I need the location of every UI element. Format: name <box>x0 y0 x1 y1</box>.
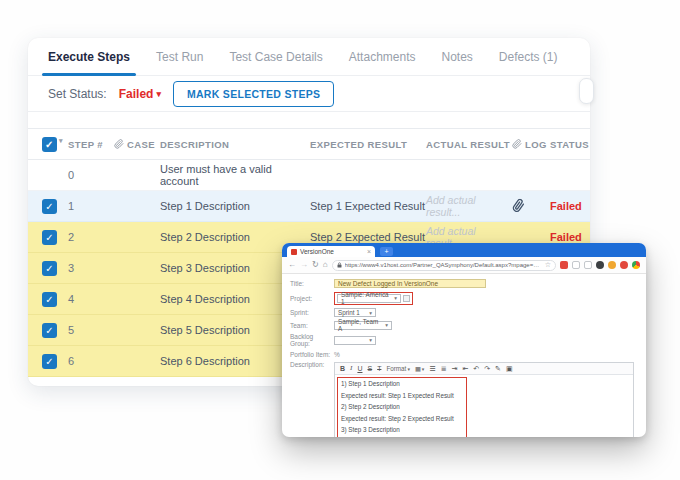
lock-icon <box>337 262 342 268</box>
row-checkbox[interactable]: ✓ <box>42 230 57 245</box>
status-dropdown[interactable]: Failed ▾ <box>119 87 161 101</box>
portfolio-item-value: % <box>334 351 340 358</box>
chevron-down-icon: ▾ <box>156 89 161 99</box>
extension-icon[interactable] <box>608 261 616 269</box>
description-line: Expected result: Step 2 Expected Result <box>341 415 463 422</box>
sprint-select[interactable]: Sprint 1 ▾ <box>334 308 376 317</box>
header-expected: EXPECTED RESULT <box>310 139 426 150</box>
check-icon: ✓ <box>45 294 53 305</box>
redo-icon[interactable]: ↷ <box>484 365 490 372</box>
paperclip-icon <box>114 139 124 149</box>
tab-notes[interactable]: Notes <box>441 50 472 64</box>
underline-icon[interactable]: U <box>357 365 362 372</box>
check-icon: ✓ <box>45 201 53 212</box>
step-description: Step 2 Description <box>160 231 310 243</box>
extension-icon[interactable] <box>620 261 628 269</box>
browser-profile-icon[interactable] <box>632 261 640 269</box>
remove-format-icon[interactable]: T <box>377 365 381 372</box>
header-step: STEP # <box>68 139 114 150</box>
description-line: 3) Step 3 Description <box>341 426 463 433</box>
chevron-down-icon[interactable]: ▾ <box>59 137 63 145</box>
new-tab-button[interactable]: + <box>380 247 393 256</box>
defect-form: Title: New Defect Logged In VersionOne P… <box>282 274 646 437</box>
undo-icon[interactable]: ↶ <box>473 365 479 372</box>
table-icon[interactable]: ▦ ▾ <box>415 365 424 372</box>
table-row: ✓ 1 Step 1 Description Step 1 Expected R… <box>28 191 590 222</box>
header-description: DESCRIPTION <box>160 139 310 150</box>
close-icon[interactable]: × <box>367 248 371 255</box>
bold-icon[interactable]: B <box>340 365 345 372</box>
editor-content-area[interactable]: 1) Step 1 Description Expected result: S… <box>335 375 633 437</box>
header-status: STATUS <box>550 139 590 150</box>
chevron-down-icon: ▾ <box>394 295 397 301</box>
team-label: Team: <box>290 322 334 329</box>
extension-icon[interactable] <box>584 261 592 269</box>
link-icon[interactable]: ✎ <box>495 365 501 372</box>
backlog-group-select[interactable]: ▾ <box>334 336 376 345</box>
image-icon[interactable]: ▣ <box>506 365 513 372</box>
outdent-icon[interactable]: ⇤ <box>462 365 468 372</box>
bookmark-star-icon[interactable]: ☆ <box>545 261 551 269</box>
tab-bar: Execute Steps Test Run Test Case Details… <box>28 38 590 76</box>
actual-result-input[interactable]: Add actual result... <box>426 194 512 218</box>
versionone-logo-icon <box>291 249 297 255</box>
row-checkbox[interactable]: ✓ <box>42 199 57 214</box>
tab-label: Execute Steps <box>48 50 130 64</box>
bullet-list-icon[interactable]: ☰ <box>429 365 435 372</box>
extension-icon[interactable] <box>560 261 568 269</box>
paperclip-icon <box>512 139 522 149</box>
browser-tab[interactable]: VersionOne × <box>287 246 375 257</box>
project-select[interactable]: Sample: America 1 ▾ <box>337 294 401 303</box>
italic-icon[interactable]: I <box>350 365 352 372</box>
row-checkbox[interactable]: ✓ <box>42 354 57 369</box>
description-line: Expected result: Step 1 Expected Result <box>341 392 463 399</box>
home-icon[interactable]: ⌂ <box>323 261 328 269</box>
project-lookup-icon[interactable] <box>403 295 410 302</box>
reload-icon[interactable]: ↻ <box>312 261 319 269</box>
extension-icon[interactable] <box>572 261 580 269</box>
check-icon: ✓ <box>45 139 54 150</box>
project-label: Project: <box>290 295 334 302</box>
extension-icon[interactable] <box>596 261 604 269</box>
browser-address-bar: ← → ↻ ⌂ https://www4.v1host.com/Partner_… <box>282 257 646 274</box>
strikethrough-icon[interactable]: S <box>367 365 372 372</box>
numbered-list-icon[interactable]: ≣ <box>441 365 447 372</box>
url-text: https://www4.v1host.com/Partner_QASympho… <box>345 262 542 268</box>
description-label: Description: <box>290 361 334 368</box>
row-checkbox[interactable]: ✓ <box>42 261 57 276</box>
sprint-select-value: Sprint 1 <box>338 309 360 316</box>
defect-title-input[interactable]: New Defect Logged In VersionOne <box>334 279 486 288</box>
attach-log-icon[interactable] <box>512 199 550 214</box>
team-select[interactable]: Sample, Team A ▾ <box>334 321 392 330</box>
indent-icon[interactable]: ⇥ <box>452 365 458 372</box>
row-checkbox[interactable]: ✓ <box>42 292 57 307</box>
tab-defects[interactable]: Defects (1) <box>499 50 558 64</box>
check-icon: ✓ <box>45 356 53 367</box>
row-checkbox[interactable]: ✓ <box>42 323 57 338</box>
tab-test-case-details[interactable]: Test Case Details <box>229 50 322 64</box>
browser-titlebar: VersionOne × + <box>282 243 646 257</box>
back-icon[interactable]: ← <box>288 261 296 269</box>
team-select-value: Sample, Team A <box>338 318 381 332</box>
select-all-checkbox[interactable]: ✓ <box>42 137 57 152</box>
chevron-down-icon: ▾ <box>369 310 372 316</box>
mark-selected-steps-button[interactable]: MARK SELECTED STEPS <box>173 81 334 107</box>
url-input[interactable]: https://www4.v1host.com/Partner_QASympho… <box>332 260 556 271</box>
forward-icon[interactable]: → <box>300 261 308 269</box>
format-dropdown[interactable]: Format ▾ <box>386 365 409 372</box>
tab-test-run[interactable]: Test Run <box>156 50 203 64</box>
backlog-group-label: Backlog Group: <box>290 333 334 347</box>
tab-execute-steps[interactable]: Execute Steps <box>48 50 130 64</box>
chevron-down-icon: ▾ <box>369 337 372 343</box>
panel-edge-button[interactable] <box>579 78 594 104</box>
step-number: 4 <box>68 293 114 305</box>
project-select-value: Sample: America 1 <box>341 291 390 305</box>
check-icon: ✓ <box>45 263 53 274</box>
browser-tab-title: VersionOne <box>300 248 334 255</box>
status-dropdown-value: Failed <box>119 87 154 101</box>
status-badge: Failed <box>550 200 590 212</box>
tab-attachments[interactable]: Attachments <box>349 50 416 64</box>
description-line: 2) Step 2 Description <box>341 403 463 410</box>
versionone-popup-window: VersionOne × + ← → ↻ ⌂ https://www4.v1ho… <box>282 243 646 437</box>
title-label: Title: <box>290 280 334 287</box>
